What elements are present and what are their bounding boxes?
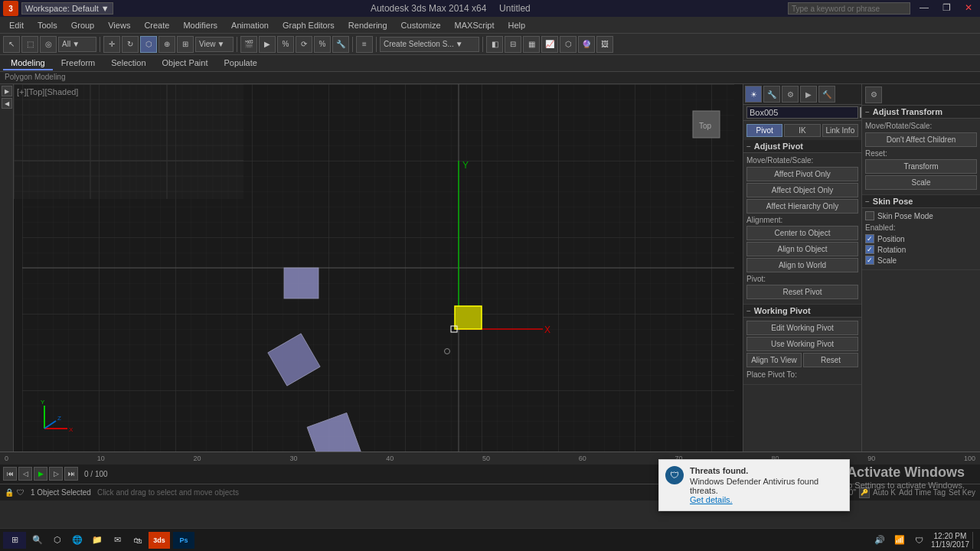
- rotation-checkbox[interactable]: [865, 245, 874, 254]
- adjust-transform-header[interactable]: − Adjust Transform: [862, 106, 980, 119]
- layer-manager[interactable]: ≡: [356, 36, 373, 53]
- select-tool[interactable]: ↖: [3, 36, 20, 53]
- menu-rendering[interactable]: Rendering: [342, 19, 394, 31]
- security-icon[interactable]: 🛡: [911, 532, 928, 549]
- network-icon[interactable]: 📶: [891, 532, 908, 549]
- adjust-pivot-header[interactable]: − Adjust Pivot: [743, 140, 861, 153]
- menu-graph-editors[interactable]: Graph Editors: [276, 19, 341, 31]
- pivot-tab[interactable]: Pivot: [746, 124, 782, 137]
- threat-get-details[interactable]: Get details.: [690, 495, 733, 504]
- taskview-icon[interactable]: ⬡: [49, 532, 66, 549]
- reset-pivot-btn[interactable]: Reset Pivot: [746, 285, 858, 299]
- schematic-view[interactable]: ⬡: [560, 36, 577, 53]
- show-desktop-btn[interactable]: [972, 532, 977, 549]
- spinner-snap[interactable]: 🔧: [332, 36, 349, 53]
- align-to-view-btn[interactable]: Align To View: [746, 353, 802, 367]
- store-icon[interactable]: 🛍: [129, 532, 145, 549]
- menu-create[interactable]: Create: [138, 19, 175, 31]
- menu-views[interactable]: Views: [102, 19, 136, 31]
- ik-tab[interactable]: IK: [784, 124, 820, 137]
- angle-snap[interactable]: ⟳: [296, 36, 312, 53]
- panel-icon-motion[interactable]: ▶: [800, 86, 817, 103]
- center-to-object-btn[interactable]: Center to Object: [746, 226, 858, 240]
- scale-checkbox[interactable]: [865, 256, 874, 265]
- scale-tool[interactable]: ⬡: [140, 36, 157, 53]
- 3dsmax-taskbar-icon[interactable]: 3ds: [149, 532, 170, 549]
- edit-working-pivot-btn[interactable]: Edit Working Pivot: [746, 321, 858, 335]
- mirror-tool[interactable]: ◧: [486, 36, 503, 53]
- view-dropdown[interactable]: View ▼: [195, 37, 234, 52]
- dont-affect-children-btn[interactable]: Don't Affect Children: [865, 132, 977, 147]
- render-setup[interactable]: 🎬: [240, 36, 257, 53]
- filter-dropdown[interactable]: All ▼: [58, 37, 96, 52]
- quick-render[interactable]: ▶: [259, 36, 276, 53]
- select-lasso[interactable]: ◎: [40, 36, 57, 53]
- selection-set-dropdown[interactable]: Create Selection S... ▼: [380, 37, 479, 52]
- prev-frame-btn[interactable]: ◁: [18, 467, 32, 481]
- use-working-pivot-btn[interactable]: Use Working Pivot: [746, 337, 858, 351]
- affect-hierarchy-only-btn[interactable]: Affect Hierarchy Only: [746, 199, 858, 214]
- affect-pivot-only-btn[interactable]: Affect Pivot Only: [746, 167, 858, 181]
- working-pivot-header[interactable]: − Working Pivot: [743, 305, 861, 318]
- minimize-button[interactable]: —: [915, 2, 933, 15]
- position-checkbox[interactable]: [865, 234, 874, 243]
- left-tool-2[interactable]: ◀: [2, 98, 12, 109]
- layer-tool[interactable]: ▦: [523, 36, 540, 53]
- view-cube[interactable]: Top: [681, 99, 727, 145]
- tab-modeling[interactable]: Modeling: [3, 57, 53, 70]
- placement-tool[interactable]: ⊕: [158, 36, 175, 53]
- skin-pose-mode-checkbox[interactable]: [865, 211, 874, 220]
- left-tool-1[interactable]: ▶: [2, 86, 12, 96]
- tab-freeform[interactable]: Freeform: [54, 57, 103, 70]
- object-name-input[interactable]: [746, 106, 858, 119]
- tab-populate[interactable]: Populate: [216, 57, 264, 70]
- menu-group[interactable]: Group: [65, 19, 101, 31]
- start-button[interactable]: ⊞: [3, 532, 26, 549]
- search-taskbar-icon[interactable]: 🔍: [29, 532, 46, 549]
- menu-maxscript[interactable]: MAXScript: [449, 19, 501, 31]
- material-editor[interactable]: 🔮: [578, 36, 595, 53]
- rotate-tool[interactable]: ↻: [122, 36, 139, 53]
- edge-icon[interactable]: 🌐: [69, 532, 86, 549]
- next-frame-btn[interactable]: ▷: [49, 467, 63, 481]
- panel-icon-modify[interactable]: 🔧: [763, 86, 780, 103]
- far-panel-icon1[interactable]: ⚙: [865, 86, 882, 103]
- explorer-icon[interactable]: 📁: [89, 532, 106, 549]
- tab-selection[interactable]: Selection: [103, 57, 153, 70]
- keyword-search[interactable]: [788, 2, 910, 15]
- play-forward-btn[interactable]: ⏭: [64, 467, 78, 481]
- render-frame[interactable]: 🖼: [596, 36, 613, 53]
- align-to-object-btn[interactable]: Align to Object: [746, 242, 858, 256]
- align-to-world-btn[interactable]: Align to World: [746, 258, 858, 272]
- close-button[interactable]: ✕: [960, 2, 977, 15]
- play-btn[interactable]: ▶: [34, 467, 47, 481]
- menu-modifiers[interactable]: Modifiers: [177, 19, 224, 31]
- menu-help[interactable]: Help: [502, 19, 532, 31]
- restore-button[interactable]: ❐: [938, 2, 956, 15]
- snap-toggle[interactable]: %: [277, 36, 294, 53]
- viewport[interactable]: [+][Top][Shaded] Y: [14, 84, 743, 452]
- workspace-selector[interactable]: Workspace: Default ▼: [21, 2, 113, 15]
- transform-btn[interactable]: Transform: [865, 159, 977, 174]
- menu-edit[interactable]: Edit: [3, 19, 30, 31]
- tab-object-paint[interactable]: Object Paint: [155, 57, 216, 70]
- photoshop-icon[interactable]: Ps: [173, 532, 194, 549]
- select-move-tool[interactable]: ✛: [103, 36, 120, 53]
- panel-icon-utilities[interactable]: 🔨: [818, 86, 835, 103]
- sound-icon[interactable]: 🔊: [871, 532, 888, 549]
- curve-editor[interactable]: 📈: [541, 36, 558, 53]
- reset-working-pivot-btn[interactable]: Reset: [803, 353, 858, 367]
- mail-icon[interactable]: ✉: [109, 532, 126, 549]
- skin-pose-header[interactable]: − Skin Pose: [862, 195, 980, 208]
- menu-customize[interactable]: Customize: [395, 19, 447, 31]
- menu-animation[interactable]: Animation: [225, 19, 275, 31]
- panel-icon-display[interactable]: ☀: [745, 86, 762, 103]
- percent-snap[interactable]: %: [314, 36, 331, 53]
- scale-btn[interactable]: Scale: [865, 175, 977, 190]
- affect-object-only-btn[interactable]: Affect Object Only: [746, 183, 858, 197]
- panel-icon-hierarchy[interactable]: ⚙: [782, 86, 799, 103]
- select-region[interactable]: ⬚: [21, 36, 38, 53]
- menu-tools[interactable]: Tools: [31, 19, 64, 31]
- link-info-tab[interactable]: Link Info: [822, 124, 858, 137]
- align-tool[interactable]: ⊟: [505, 36, 521, 53]
